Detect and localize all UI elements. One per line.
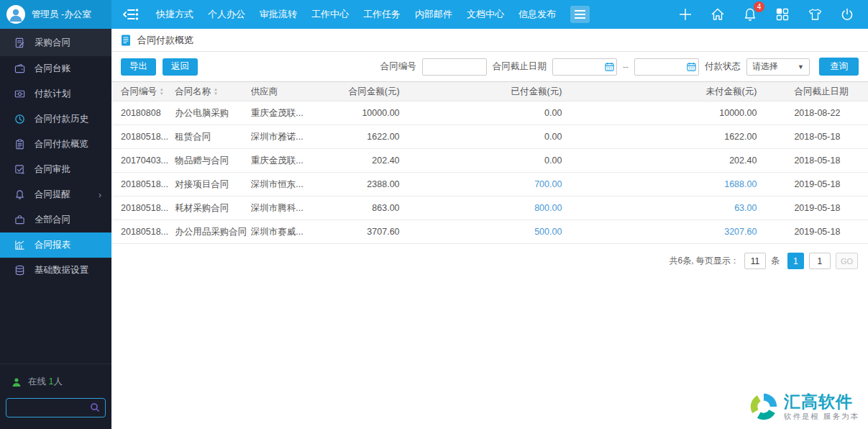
nav-item-2[interactable]: 个人办公 bbox=[201, 0, 252, 29]
database-icon bbox=[14, 265, 25, 276]
table-cell: 2019-05-18 bbox=[767, 220, 868, 244]
nav-item-7[interactable]: 文档中心 bbox=[460, 0, 511, 29]
amount-link[interactable]: 63.00 bbox=[572, 197, 767, 220]
column-header-4: 合同金额(元) bbox=[323, 82, 409, 101]
online-label: 在线 bbox=[28, 376, 46, 387]
deadline-start-input[interactable] bbox=[552, 58, 617, 76]
amount-link[interactable]: 3207.60 bbox=[572, 220, 767, 244]
sidebar-item-label: 合同付款历史 bbox=[35, 113, 88, 125]
vendor-logo: 汇高软件 软件是根 服务为本 bbox=[747, 390, 859, 423]
top-navigation: 快捷方式个人办公审批流转工作中心工作任务内部邮件文档中心信息发布 bbox=[149, 0, 563, 29]
page-title: 合同付款概览 bbox=[137, 34, 193, 47]
notification-badge: 4 bbox=[754, 1, 764, 12]
table-cell: 0.00 bbox=[410, 149, 572, 173]
sort-icon[interactable]: ▴▾ bbox=[160, 87, 163, 96]
nav-item-6[interactable]: 内部邮件 bbox=[408, 0, 460, 29]
apps-grid-icon[interactable] bbox=[775, 6, 790, 22]
sidebar-item-3[interactable]: 付款计划 bbox=[0, 81, 111, 107]
date-range-separator: -- bbox=[623, 62, 629, 72]
table-cell: 0.00 bbox=[410, 125, 572, 149]
table-cell: 2018-08-22 bbox=[767, 101, 868, 125]
sort-icon[interactable]: ▴▾ bbox=[214, 87, 217, 96]
sidebar-item-label: 采购合同 bbox=[35, 37, 70, 49]
power-icon[interactable] bbox=[839, 6, 855, 22]
brand-slogan: 软件是根 服务为本 bbox=[784, 412, 859, 422]
sidebar-item-1[interactable]: 采购合同 bbox=[0, 29, 111, 56]
sidebar-item-9[interactable]: 合同报表 bbox=[0, 232, 111, 258]
table-cell: 物品赠与合同 bbox=[175, 149, 250, 173]
nav-item-4[interactable]: 工作中心 bbox=[304, 0, 356, 29]
chevron-down-icon: ▼ bbox=[798, 63, 804, 71]
export-button[interactable]: 导出 bbox=[121, 58, 156, 76]
chevron-right-icon: › bbox=[99, 190, 101, 200]
sidebar-item-2[interactable]: 合同台账 bbox=[0, 56, 111, 81]
sidebar-item-5[interactable]: 合同付款概览 bbox=[0, 132, 111, 157]
goto-page-input[interactable] bbox=[809, 253, 831, 269]
column-header-5: 已付金额(元) bbox=[410, 82, 572, 101]
go-button[interactable]: GO bbox=[836, 253, 858, 269]
table-cell: 2018-05-18 bbox=[767, 149, 868, 173]
nav-item-8[interactable]: 信息发布 bbox=[511, 0, 563, 29]
table-cell: 租赁合同 bbox=[175, 125, 250, 149]
sidebar-item-label: 合同付款概览 bbox=[35, 138, 88, 150]
column-header-2[interactable]: 合同名称▴▾ bbox=[175, 82, 250, 101]
table-row: 20180518...耗材采购合同深圳市腾科...863.00800.0063.… bbox=[111, 197, 868, 220]
query-button[interactable]: 查询 bbox=[819, 58, 859, 76]
bag-icon bbox=[14, 214, 25, 225]
table-cell: 深圳市雅诺... bbox=[251, 125, 323, 149]
nav-item-3[interactable]: 审批流转 bbox=[252, 0, 304, 29]
table-cell: 20180518... bbox=[111, 173, 175, 197]
table-cell: 重庆金茂联... bbox=[251, 149, 323, 173]
table-row: 20170403...物品赠与合同重庆金茂联...202.400.00202.4… bbox=[111, 149, 868, 173]
topbar: 管理员 -办公室 快捷方式个人办公审批流转工作中心工作任务内部邮件文档中心信息发… bbox=[0, 0, 868, 29]
sidebar-item-10[interactable]: 基础数据设置 bbox=[0, 258, 111, 283]
search-icon[interactable] bbox=[90, 402, 100, 415]
table-cell: 1622.00 bbox=[323, 125, 409, 149]
table-cell: 办公电脑采购 bbox=[175, 101, 250, 125]
amount-link[interactable]: 1688.00 bbox=[572, 173, 767, 197]
current-page-button[interactable]: 1 bbox=[787, 253, 804, 269]
bill-icon bbox=[14, 89, 25, 99]
amount-link[interactable]: 500.00 bbox=[410, 220, 572, 244]
amount-link[interactable]: 700.00 bbox=[410, 173, 572, 197]
toolbar: 导出 返回 合同编号 合同截止日期 -- 付款状态 请选择 ▼ bbox=[111, 52, 868, 81]
contract-no-input[interactable] bbox=[422, 58, 487, 76]
nav-item-5[interactable]: 工作任务 bbox=[356, 0, 408, 29]
page-size-input[interactable] bbox=[744, 253, 766, 269]
sidebar: 采购合同合同台账付款计划合同付款历史合同付款概览合同审批合同提醒›全部合同合同报… bbox=[0, 29, 111, 429]
bell-icon[interactable]: 4 bbox=[742, 6, 758, 22]
table-cell: 202.40 bbox=[323, 149, 409, 173]
table-cell: 1622.00 bbox=[572, 125, 767, 149]
hamburger-button[interactable] bbox=[570, 6, 590, 23]
approval-icon bbox=[14, 164, 25, 175]
collapse-menu-icon[interactable] bbox=[123, 8, 139, 21]
pay-status-select[interactable]: 请选择 ▼ bbox=[746, 58, 810, 76]
table-cell: 863.00 bbox=[323, 197, 409, 220]
amount-link[interactable]: 800.00 bbox=[410, 197, 572, 220]
contract-icon bbox=[14, 37, 25, 48]
table-cell: 20180518... bbox=[111, 197, 175, 220]
table-cell: 重庆金茂联... bbox=[251, 101, 323, 125]
main-content: 合同付款概览 导出 返回 合同编号 合同截止日期 -- 付款状态 bbox=[111, 29, 868, 429]
sidebar-item-4[interactable]: 合同付款历史 bbox=[0, 107, 111, 132]
theme-shirt-icon[interactable] bbox=[807, 6, 823, 22]
sidebar-item-8[interactable]: 全部合同 bbox=[0, 207, 111, 232]
plus-icon[interactable] bbox=[677, 6, 693, 22]
chart-icon bbox=[14, 240, 25, 250]
deadline-end-input[interactable] bbox=[634, 58, 699, 76]
pay-status-value: 请选择 bbox=[752, 60, 778, 73]
nav-item-1[interactable]: 快捷方式 bbox=[149, 0, 201, 29]
user-area[interactable]: 管理员 -办公室 bbox=[0, 0, 111, 29]
table-cell: 202.40 bbox=[572, 149, 767, 173]
sidebar-footer: 在线 1人 bbox=[0, 363, 111, 429]
column-header-1[interactable]: 合同编号▴▾ bbox=[111, 82, 175, 101]
home-icon[interactable] bbox=[710, 6, 726, 22]
filter-bar: 合同编号 合同截止日期 -- 付款状态 请选择 ▼ 查询 bbox=[380, 58, 859, 76]
sidebar-item-7[interactable]: 合同提醒› bbox=[0, 182, 111, 207]
sidebar-item-6[interactable]: 合同审批 bbox=[0, 157, 111, 182]
back-button[interactable]: 返回 bbox=[163, 58, 198, 76]
page-size-unit: 条 bbox=[771, 255, 780, 267]
table-cell: 深圳市腾科... bbox=[251, 197, 323, 220]
clock-icon bbox=[14, 114, 25, 125]
page-titlebar: 合同付款概览 bbox=[111, 29, 868, 52]
